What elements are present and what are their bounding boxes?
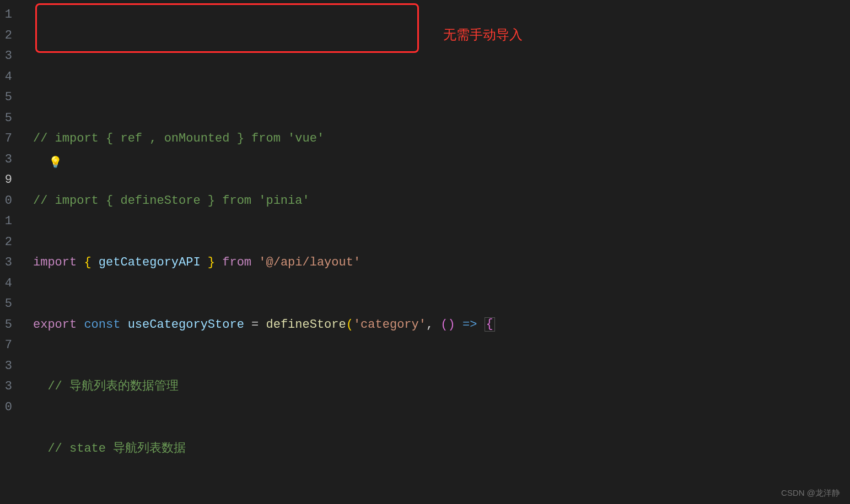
code-line[interactable]: // import { ref , onMounted } from 'vue': [12, 128, 495, 149]
line-number: 5: [0, 108, 12, 129]
code-area[interactable]: 无需手动导入 // import { ref , onMounted } fro…: [12, 0, 495, 504]
watermark-text: CSDN @龙洋静: [781, 488, 840, 498]
code-line[interactable]: const categoryList = ref([]): [12, 500, 495, 504]
line-number: 3: [0, 356, 12, 377]
line-number: 1: [0, 211, 12, 232]
line-number: 3: [0, 252, 12, 273]
code-line[interactable]: // import { defineStore } from 'pinia': [12, 191, 495, 212]
code-editor[interactable]: 1 2 3 4 5 5 7 3 9 0 1 2 3 4 5 5 7 3 3 0 …: [0, 0, 850, 504]
line-number: 0: [0, 397, 12, 418]
line-number: 4: [0, 273, 12, 294]
line-number-gutter: 1 2 3 4 5 5 7 3 9 0 1 2 3 4 5 5 7 3 3 0: [0, 0, 12, 504]
code-line[interactable]: // 导航列表的数据管理: [12, 376, 495, 397]
line-number: 7: [0, 335, 12, 356]
line-number: 2: [0, 232, 12, 253]
annotation-box: [35, 3, 419, 53]
matching-brace-highlight: {: [485, 317, 495, 332]
line-number: 9: [0, 170, 12, 191]
line-number: 0: [0, 191, 12, 212]
line-number: 3: [0, 149, 12, 170]
line-number: 3: [0, 46, 12, 67]
code-line[interactable]: export const useCategoryStore = defineSt…: [12, 315, 495, 335]
line-number: 1: [0, 4, 12, 25]
line-number: 5: [0, 87, 12, 108]
line-number: 3: [0, 376, 12, 397]
line-number: 7: [0, 128, 12, 149]
annotation-text: 无需手动导入: [443, 24, 523, 45]
line-number: 5: [0, 294, 12, 315]
line-number: 2: [0, 25, 12, 46]
code-line[interactable]: // state 导航列表数据: [12, 438, 495, 459]
line-number: 5: [0, 315, 12, 335]
code-line[interactable]: import { getCategoryAPI } from '@/api/la…: [12, 252, 495, 273]
line-number: 4: [0, 67, 12, 88]
lightbulb-icon[interactable]: 💡: [49, 153, 62, 174]
